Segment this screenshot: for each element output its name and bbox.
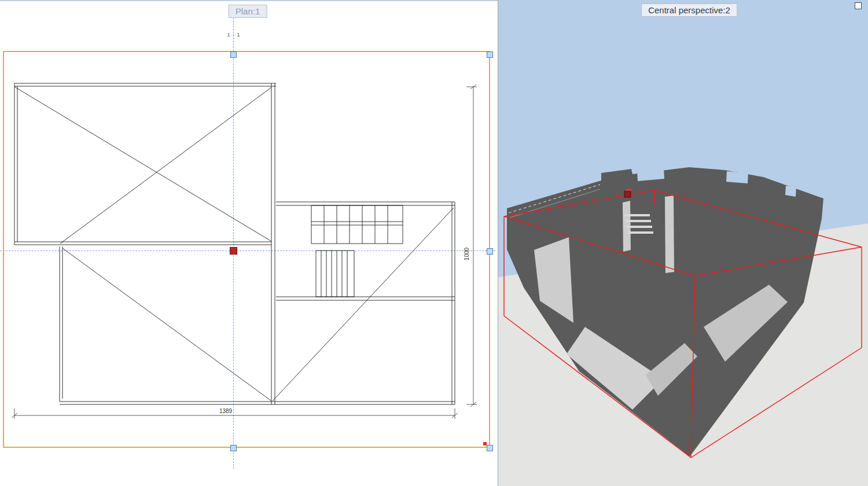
- floor-plan-drawing: 1000 1389: [0, 1, 498, 486]
- perspective-viewport-tab[interactable]: Central perspective:2: [641, 3, 737, 17]
- insertion-point-marker[interactable]: [230, 247, 237, 255]
- application-window: Plan:1 1 - 1: [0, 0, 868, 486]
- plan-reference-label: 1 - 1: [227, 32, 240, 38]
- dimension-label-vertical: 1000: [464, 247, 470, 260]
- selection-handle-bottom-right[interactable]: [487, 445, 493, 451]
- viewport-corner-button[interactable]: [855, 2, 862, 9]
- selection-handle-top[interactable]: [230, 51, 237, 58]
- plan-roof-diagonals: [14, 87, 454, 401]
- plan-viewport[interactable]: Plan:1 1 - 1: [0, 0, 498, 486]
- snap-point-marker: [483, 442, 487, 446]
- plan-walls: [14, 83, 455, 404]
- selection-handle-top-right[interactable]: [487, 51, 493, 58]
- plan-dimension-lines: 1000 1389: [12, 84, 477, 419]
- selection-handle-bottom[interactable]: [230, 445, 237, 451]
- dimension-label-horizontal: 1389: [219, 408, 233, 414]
- plan-stairs-upper: [311, 205, 403, 244]
- selection-handle-right-middle[interactable]: [487, 248, 493, 255]
- plan-viewport-tab[interactable]: Plan:1: [229, 5, 267, 18]
- plan-stairs-lower: [316, 251, 354, 297]
- perspective-viewport[interactable]: Central perspective:2: [498, 0, 868, 486]
- perspective-3d-drawing: [498, 0, 868, 486]
